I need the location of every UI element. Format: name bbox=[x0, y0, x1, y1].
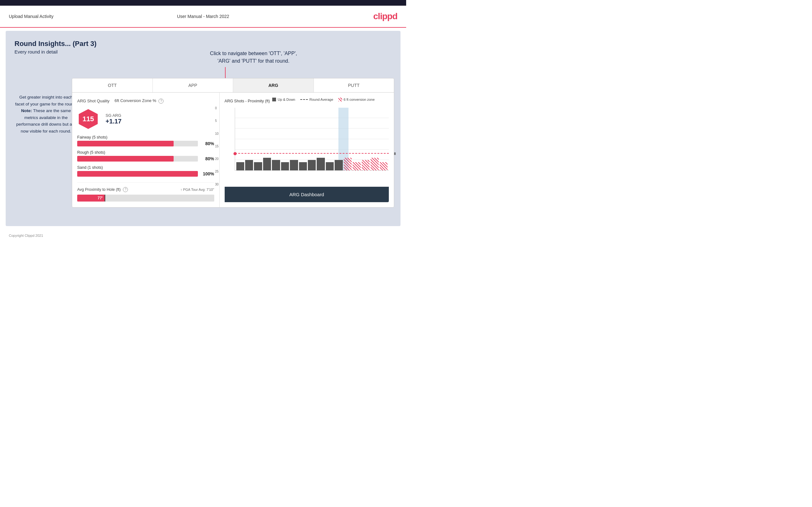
bar-fairway-container: 80% bbox=[77, 141, 214, 147]
bar-fairway-pct: 80% bbox=[201, 141, 214, 146]
pga-label: ↑ PGA Tour Avg: 7'10" bbox=[180, 188, 214, 191]
legend-roundavg: Round Average bbox=[300, 98, 334, 101]
legend-updown-icon bbox=[272, 98, 276, 101]
sg-label: SG ARG bbox=[106, 113, 121, 118]
bar-rough-label: Rough (5 shots) bbox=[77, 150, 214, 155]
sg-value: +1.17 bbox=[106, 118, 121, 125]
section-header-row: ARG Shot Quality 6ft Conversion Zone % ? bbox=[77, 98, 214, 104]
bar-sand-container: 100% bbox=[77, 171, 214, 177]
bar-rough-container: 80% bbox=[77, 156, 214, 162]
bar-rough-fill bbox=[77, 156, 173, 162]
section-title: Round Insights... (Part 3) bbox=[14, 40, 392, 48]
proximity-header: Avg Proximity to Hole (ft) ? ↑ PGA Tour … bbox=[77, 187, 214, 192]
bar-sand-fill bbox=[77, 171, 198, 177]
chart-bar-11 bbox=[326, 162, 334, 170]
bar-fairway-fill bbox=[77, 141, 173, 147]
legend-hatched-icon bbox=[339, 98, 342, 101]
chart-bar-6 bbox=[281, 162, 289, 170]
proximity-bar-track: 77' bbox=[77, 194, 214, 202]
bar-fairway-label: Fairway (5 shots) bbox=[77, 135, 214, 139]
legend-dashed-icon bbox=[300, 99, 308, 100]
chart-bar-17 bbox=[380, 162, 388, 170]
footer: Copyright Clippd 2021 bbox=[0, 229, 406, 242]
proximity-help-icon[interactable]: ? bbox=[123, 187, 128, 192]
proximity-bar-fill: 77' bbox=[77, 194, 105, 202]
left-section: ARG Shot Quality 6ft Conversion Zone % ?… bbox=[72, 93, 220, 207]
arg-dashboard-button[interactable]: ARG Dashboard bbox=[225, 187, 389, 202]
bar-fairway-track bbox=[77, 141, 198, 147]
chart-bar-7 bbox=[290, 160, 298, 170]
shot-quality-label: ARG Shot Quality bbox=[77, 99, 110, 103]
document-title: User Manual - March 2022 bbox=[177, 14, 230, 19]
chart-bar-13 bbox=[344, 158, 352, 170]
chart-bar-14 bbox=[353, 162, 360, 170]
dashed-marker-value: 8 bbox=[394, 152, 396, 155]
tab-app[interactable]: APP bbox=[153, 78, 234, 92]
bar-sand: Sand (1 shots) 100% bbox=[77, 165, 214, 177]
chart-bar-12 bbox=[335, 160, 343, 170]
proximity-label: Avg Proximity to Hole (ft) ? bbox=[77, 187, 128, 192]
bar-sand-pct: 100% bbox=[201, 171, 214, 176]
chart-wrapper: 30 25 20 15 10 5 0 bbox=[225, 106, 389, 187]
main-content: Round Insights... (Part 3) Every round i… bbox=[6, 31, 401, 226]
chart-bar-4 bbox=[263, 158, 271, 170]
right-inner: ARG Shots - Proximity (ft) Up & Down Rou… bbox=[225, 98, 389, 202]
bar-sand-label: Sand (1 shots) bbox=[77, 165, 214, 170]
proximity-cursor bbox=[105, 194, 105, 202]
legend-updown: Up & Down bbox=[272, 98, 295, 101]
bar-rough-track bbox=[77, 156, 198, 162]
chart-bar-9 bbox=[308, 160, 316, 170]
panel-body: ARG Shot Quality 6ft Conversion Zone % ?… bbox=[72, 93, 394, 207]
bar-sand-track bbox=[77, 171, 198, 177]
chart-bar-1 bbox=[236, 162, 244, 170]
proximity-section: Avg Proximity to Hole (ft) ? ↑ PGA Tour … bbox=[77, 182, 214, 202]
logo: clippd bbox=[373, 11, 397, 21]
upload-link[interactable]: Upload Manual Activity bbox=[9, 14, 54, 19]
conversion-label: 6ft Conversion Zone % ? bbox=[115, 98, 164, 104]
bar-rough-pct: 80% bbox=[201, 156, 214, 161]
left-description: Get greater insight into each facet of y… bbox=[14, 94, 78, 135]
bar-rough: Rough (5 shots) 80% bbox=[77, 150, 214, 162]
chart-legend: Up & Down Round Average 6 ft conversion … bbox=[272, 98, 375, 101]
main-panel: OTT APP ARG PUTT ARG Shot Quality 6ft Co… bbox=[72, 78, 394, 208]
y-axis-labels: 30 25 20 15 10 5 0 bbox=[215, 106, 219, 187]
legend-6ft: 6 ft conversion zone bbox=[339, 98, 375, 101]
sg-section: SG ARG +1.17 bbox=[106, 113, 121, 125]
hex-shape: 115 bbox=[77, 108, 99, 130]
chart-area: 8 bbox=[235, 108, 389, 171]
annotation-text: Click to navigate between 'OTT', 'APP','… bbox=[125, 50, 382, 65]
chart-bar-8 bbox=[299, 162, 307, 170]
hex-score: 115 bbox=[83, 115, 94, 123]
tab-putt[interactable]: PUTT bbox=[314, 78, 394, 92]
chart-bar-16 bbox=[370, 158, 378, 170]
note-bold: Note: bbox=[21, 108, 32, 113]
hexagon-score: 115 SG ARG +1.17 bbox=[77, 108, 214, 130]
conversion-help-icon[interactable]: ? bbox=[158, 99, 163, 104]
copyright: Copyright Clippd 2021 bbox=[9, 234, 43, 237]
chart-bar-5 bbox=[272, 160, 280, 170]
tab-arg[interactable]: ARG bbox=[233, 78, 314, 92]
tabs-row: OTT APP ARG PUTT bbox=[72, 78, 394, 93]
bars-container bbox=[236, 108, 388, 170]
right-section: ARG Shots - Proximity (ft) Up & Down Rou… bbox=[220, 93, 394, 207]
chart-bar-15 bbox=[362, 160, 370, 170]
chart-bar-3 bbox=[254, 162, 262, 170]
header: Upload Manual Activity User Manual - Mar… bbox=[0, 6, 406, 28]
chart-bar-10 bbox=[317, 158, 324, 170]
bar-fairway: Fairway (5 shots) 80% bbox=[77, 135, 214, 147]
tab-ott[interactable]: OTT bbox=[72, 78, 153, 92]
top-bar bbox=[0, 0, 406, 6]
chart-bar-2 bbox=[245, 160, 253, 170]
right-chart-title: ARG Shots - Proximity (ft) Up & Down Rou… bbox=[225, 98, 389, 105]
